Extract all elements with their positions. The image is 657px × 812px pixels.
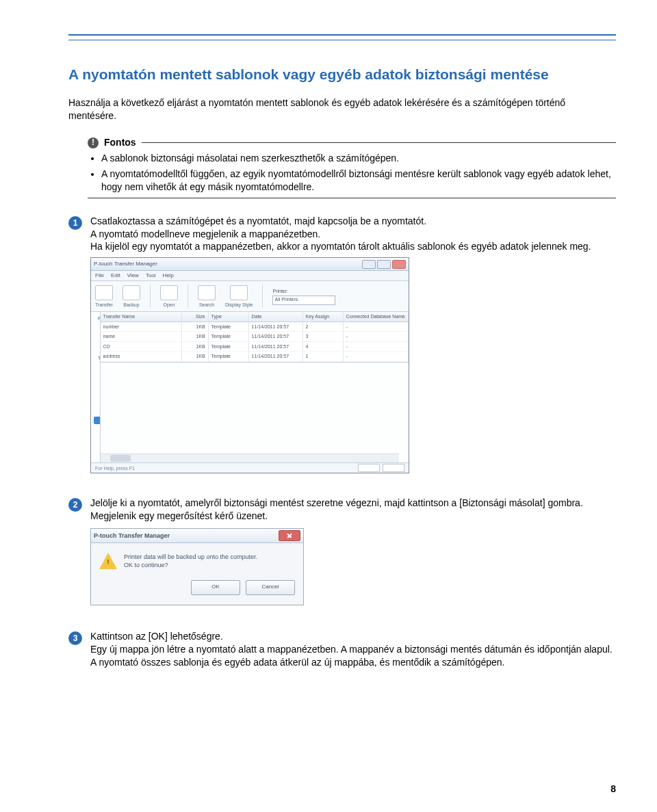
search-icon bbox=[198, 285, 216, 300]
dialog-message: Printer data will be backed up onto the … bbox=[124, 553, 295, 569]
important-label: Fontos bbox=[104, 136, 136, 149]
step-line: Ha kijelöl egy nyomtatót a mappanézetben… bbox=[90, 240, 616, 253]
cancel-button[interactable]: Cancel bbox=[246, 580, 295, 595]
status-count bbox=[358, 464, 380, 472]
dialog-title: P-touch Transfer Manager bbox=[94, 532, 170, 540]
backup-icon bbox=[123, 285, 140, 300]
important-list: A sablonok biztonsági másolatai nem szer… bbox=[88, 152, 616, 194]
warning-icon: ! bbox=[99, 553, 117, 569]
tree-node[interactable]: Configurations bbox=[94, 369, 101, 377]
top-rule bbox=[68, 34, 616, 36]
step-line: Jelölje ki a nyomtatót, amelyről biztons… bbox=[90, 497, 616, 510]
maximize-button[interactable] bbox=[377, 260, 391, 269]
col-header[interactable]: Transfer Name bbox=[101, 312, 182, 321]
printer-dropdown[interactable]: All Printers bbox=[272, 296, 335, 305]
toolbar-separator bbox=[262, 285, 263, 308]
toolbar-separator bbox=[188, 285, 188, 308]
important-item: A nyomtatómodelltől függően, az egyik ny… bbox=[101, 168, 616, 194]
top-rule-thin bbox=[68, 40, 616, 40]
printer-value: All Printers bbox=[273, 297, 299, 302]
tree-node[interactable]: P-touch Library bbox=[94, 315, 98, 322]
preview-pane bbox=[101, 363, 409, 463]
tree-node[interactable]: Transfer Manager bbox=[94, 354, 98, 362]
status-text: For Help, press F1 bbox=[95, 465, 135, 471]
transfer-button[interactable]: Transfer bbox=[95, 285, 113, 308]
menu-file[interactable]: File bbox=[95, 272, 104, 280]
folder-tree[interactable]: P-touch Library All Contents Filter Recy… bbox=[91, 312, 101, 462]
ok-button[interactable]: OK bbox=[191, 580, 240, 595]
open-icon bbox=[160, 285, 178, 300]
important-item: A sablonok biztonsági másolatai nem szer… bbox=[101, 152, 616, 165]
horizontal-scrollbar[interactable] bbox=[101, 454, 399, 462]
window-title: P-touch Transfer Manager bbox=[94, 261, 157, 268]
close-button[interactable] bbox=[279, 530, 300, 541]
step-line: Egy új mappa jön létre a nyomtató alatt … bbox=[90, 643, 616, 669]
menu-help[interactable]: Help bbox=[163, 272, 174, 280]
status-count bbox=[383, 464, 404, 472]
step-line: A nyomtató modellneve megjelenik a mappa… bbox=[90, 228, 616, 241]
table-row[interactable]: address 1KB Template 11/14/2011 20:57 1 … bbox=[101, 352, 409, 361]
tree-node[interactable]: PC (Brother XX-XXXX) bbox=[94, 385, 101, 393]
menu-bar: File Edit View Tool Help bbox=[91, 271, 409, 281]
dialog-titlebar: P-touch Transfer Manager bbox=[91, 529, 303, 543]
step-line: Csatlakoztassa a számítógépet és a nyomt… bbox=[90, 215, 616, 228]
toolbar-separator bbox=[150, 285, 151, 308]
step-line: Megjelenik egy megerősítést kérő üzenet. bbox=[90, 510, 616, 523]
window-titlebar: P-touch Transfer Manager bbox=[91, 258, 409, 271]
app-window-screenshot: P-touch Transfer Manager File Edit View … bbox=[90, 257, 409, 473]
table-row[interactable]: number 1KB Template 11/14/2011 20:57 2 - bbox=[101, 322, 409, 332]
tree-node[interactable]: All Contents bbox=[94, 323, 101, 330]
tree-node[interactable]: Configurations bbox=[94, 393, 101, 401]
open-button[interactable]: Open bbox=[160, 285, 178, 308]
col-header[interactable]: Size bbox=[182, 312, 209, 321]
search-button[interactable]: Search bbox=[198, 285, 216, 308]
tree-node[interactable]: Transfer bbox=[94, 401, 101, 408]
tree-node[interactable]: Filter bbox=[94, 330, 101, 338]
minimize-button[interactable] bbox=[362, 260, 376, 269]
backup-button[interactable]: Backup bbox=[123, 285, 140, 308]
tree-node-selected[interactable]: Brother XX-XXXX bbox=[94, 417, 101, 424]
table-row[interactable]: name 1KB Template 11/14/2011 20:57 3 - bbox=[101, 332, 409, 341]
status-bar: For Help, press F1 bbox=[91, 462, 409, 473]
step-1: 1 Csatlakoztassa a számítógépet és a nyo… bbox=[68, 215, 616, 488]
col-header[interactable]: Connected Database Name bbox=[344, 312, 409, 321]
col-header[interactable]: Key Assign bbox=[303, 312, 344, 321]
step-3: 3 Kattintson az [OK] lehetőségre. Egy új… bbox=[68, 630, 616, 669]
step-number-icon: 1 bbox=[68, 216, 82, 230]
tree-node[interactable]: Recycle Bin bbox=[94, 339, 101, 346]
exclamation-icon: ! bbox=[88, 137, 99, 148]
file-table: Transfer Name Size Type Date Key Assign … bbox=[101, 312, 409, 362]
menu-edit[interactable]: Edit bbox=[111, 272, 120, 280]
step-number-icon: 3 bbox=[68, 631, 82, 645]
step-number-icon: 2 bbox=[68, 498, 82, 512]
close-button[interactable] bbox=[392, 260, 406, 269]
tree-node[interactable]: Backups bbox=[94, 409, 101, 417]
tree-node[interactable]: Transfer bbox=[94, 378, 101, 385]
printer-selector: Printer: All Printers bbox=[272, 288, 335, 305]
dialog-screenshot: P-touch Transfer Manager ! Printer data … bbox=[90, 528, 304, 605]
step-2: 2 Jelölje ki a nyomtatót, amelyről bizto… bbox=[68, 497, 616, 620]
printer-label: Printer: bbox=[272, 288, 335, 294]
tree-node[interactable]: PC (Brother XX-XXXX) bbox=[94, 362, 101, 369]
important-head: ! Fontos bbox=[88, 136, 136, 149]
menu-tool[interactable]: Tool bbox=[146, 272, 156, 280]
menu-view[interactable]: View bbox=[127, 272, 139, 280]
display-style-button[interactable]: Display Style bbox=[225, 285, 253, 308]
page-number: 8 bbox=[610, 783, 616, 796]
table-row[interactable]: CD 1KB Template 11/14/2011 20:57 4 - bbox=[101, 342, 409, 352]
section-title: A nyomtatón mentett sablonok vagy egyéb … bbox=[68, 65, 616, 84]
col-header[interactable]: Type bbox=[209, 312, 249, 321]
important-box: ! Fontos A sablonok biztonsági másolatai… bbox=[88, 136, 616, 198]
display-style-icon bbox=[230, 285, 248, 300]
table-header: Transfer Name Size Type Date Key Assign … bbox=[101, 312, 409, 322]
important-rule-bottom bbox=[88, 198, 616, 198]
section-intro: Használja a következő eljárást a nyomtat… bbox=[68, 96, 616, 122]
toolbar: Transfer Backup Open Search bbox=[91, 281, 409, 312]
col-header[interactable]: Date bbox=[249, 312, 303, 321]
transfer-icon bbox=[95, 285, 113, 300]
tree-node[interactable]: Search Results bbox=[94, 346, 101, 354]
step-line: Kattintson az [OK] lehetőségre. bbox=[90, 630, 616, 643]
